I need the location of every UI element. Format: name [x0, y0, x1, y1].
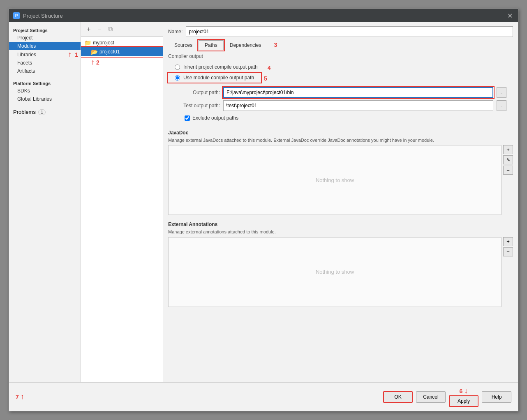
footer: 7 ↑ OK Cancel 6 ↓ Apply Help [9, 382, 518, 411]
use-module-radio[interactable] [175, 75, 180, 81]
sidebar-item-artifacts[interactable]: Artifacts [9, 67, 81, 75]
help-button[interactable]: Help [482, 391, 511, 403]
output-path-label: Output path: [175, 90, 220, 95]
sidebar-item-project[interactable]: Project [9, 34, 81, 42]
name-label: Name: [168, 29, 183, 35]
sidebar-item-sdks[interactable]: SDKs [9, 87, 81, 95]
name-row: Name: [168, 26, 513, 37]
project-settings-header: Project Settings [9, 25, 81, 34]
tree-item-project01[interactable]: 📂 project01 [81, 47, 163, 56]
tabs-row: Sources Paths Dependencies [168, 40, 267, 50]
test-output-path-label: Test output path: [175, 103, 220, 108]
annotation-3: 3 [274, 42, 277, 48]
project-structure-dialog: P Project Structure ✕ Project Settings P… [9, 9, 518, 411]
output-path-input[interactable] [223, 87, 493, 98]
sidebar-item-libraries[interactable]: Libraries [9, 51, 66, 59]
annotation-7: 7 [16, 394, 19, 400]
cancel-button[interactable]: Cancel [416, 391, 446, 403]
app-icon: P [13, 12, 20, 19]
javadoc-list-area: Nothing to show [168, 145, 502, 215]
annotation-2: 2 [96, 59, 99, 66]
javadoc-edit-button[interactable]: ✎ [503, 155, 513, 164]
ext-annot-remove-button[interactable]: − [503, 247, 513, 256]
javadoc-section: JavaDoc Manage external JavaDocs attache… [168, 130, 513, 218]
javadoc-add-button[interactable]: + [503, 145, 513, 154]
remove-module-button[interactable]: − [95, 25, 104, 34]
inherit-radio-label: Inherit project compile output path [183, 64, 258, 70]
javadoc-title: JavaDoc [168, 130, 513, 136]
annotation-arrow-7: ↑ [21, 392, 24, 401]
module-toolbar: + − ⧉ [81, 22, 163, 37]
tree-item-myproject[interactable]: 📁 myproject [81, 38, 163, 47]
javadoc-desc: Manage external JavaDocs attached to thi… [168, 137, 513, 143]
compiler-output-label: Compiler output [168, 53, 513, 59]
main-content-area: Name: Sources Paths Dependencies 3 Compi… [163, 22, 518, 382]
annotation-6: 6 [460, 388, 463, 395]
annotation-arrow-2: ↑ [91, 58, 95, 67]
tree-item-project01-label: project01 [99, 49, 120, 55]
test-output-path-row: Test output path: … [168, 100, 513, 111]
javadoc-remove-button[interactable]: − [503, 166, 513, 175]
external-annot-title: External Annotations [168, 222, 513, 227]
sidebar: Project Settings Project Modules Librari… [9, 22, 81, 382]
exclude-output-paths-row: Exclude output paths [168, 113, 513, 122]
module-list-panel: + − ⧉ 📁 myproject 📂 project01 ↑ 2 [81, 22, 163, 382]
tab-sources[interactable]: Sources [168, 40, 199, 50]
exclude-output-paths-checkbox[interactable] [185, 115, 190, 121]
ext-annot-add-button[interactable]: + [503, 237, 513, 246]
sidebar-item-problems[interactable]: Problems 1 [9, 106, 81, 118]
annotation-4: 4 [268, 65, 271, 71]
test-output-path-input[interactable] [223, 100, 493, 111]
problems-badge: 1 [38, 109, 46, 115]
test-output-path-browse-button[interactable]: … [497, 100, 506, 111]
output-path-browse-button[interactable]: … [497, 87, 506, 98]
title-bar-left: P Project Structure [13, 12, 63, 19]
sidebar-item-facets[interactable]: Facets [9, 59, 81, 67]
close-button[interactable]: ✕ [506, 12, 514, 20]
name-input[interactable] [186, 26, 513, 37]
dialog-title: Project Structure [23, 13, 63, 19]
exclude-output-paths-label: Exclude output paths [192, 115, 238, 121]
inherit-radio-row: Inherit project compile output path [168, 62, 264, 72]
tree-item-myproject-label: myproject [93, 40, 114, 46]
inherit-radio[interactable] [175, 65, 180, 70]
annotation-5: 5 [264, 75, 267, 82]
platform-settings-header: Platform Settings [9, 78, 81, 87]
external-annot-empty-label: Nothing to show [316, 269, 354, 275]
annotation-1: 1 [75, 51, 78, 58]
add-module-button[interactable]: + [84, 25, 93, 34]
copy-module-button[interactable]: ⧉ [106, 25, 115, 34]
javadoc-empty-label: Nothing to show [316, 177, 354, 183]
apply-button[interactable]: Apply [449, 395, 478, 407]
annotation-arrow-1: ↑ [68, 50, 72, 59]
title-bar: P Project Structure ✕ [9, 9, 518, 22]
module-icon: 📂 [91, 48, 98, 55]
external-annot-desc: Manage external annotations attached to … [168, 229, 513, 235]
ok-button[interactable]: OK [383, 391, 413, 403]
problems-label: Problems [13, 109, 36, 115]
module-tree: 📁 myproject 📂 project01 ↑ 2 [81, 37, 163, 382]
tab-dependencies[interactable]: Dependencies [224, 40, 268, 50]
sidebar-item-modules[interactable]: Modules [9, 42, 81, 50]
use-module-radio-label: Use module compile output path [183, 75, 254, 81]
tab-paths[interactable]: Paths [199, 40, 224, 50]
external-annot-list-area: Nothing to show [168, 237, 502, 307]
sidebar-item-global-libraries[interactable]: Global Libraries [9, 95, 81, 103]
external-annotations-section: External Annotations Manage external ann… [168, 222, 513, 310]
annotation-arrow-6: ↓ [464, 387, 468, 395]
compiler-output-section: Compiler output Inherit project compile … [168, 53, 513, 126]
folder-icon: 📁 [84, 39, 91, 46]
output-path-row: Output path: … [168, 87, 513, 98]
use-module-radio-row: Use module compile output path [168, 73, 261, 82]
